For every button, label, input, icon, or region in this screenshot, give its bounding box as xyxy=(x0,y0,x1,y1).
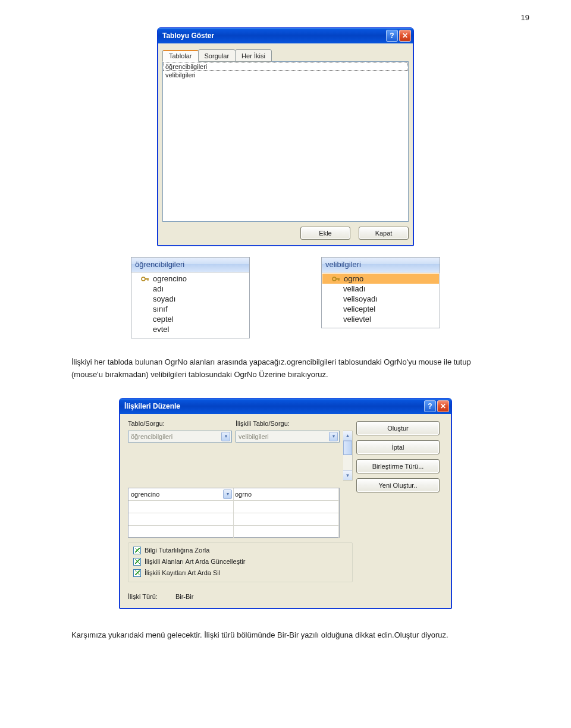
left-field-combo[interactable]: ogrencino ▾ xyxy=(128,488,233,500)
cascade-update-checkbox[interactable]: İlişkili Alanları Art Arda Güncelleştir xyxy=(133,558,347,566)
cascade-delete-checkbox[interactable]: İlişkili Kayıtları Art Arda Sil xyxy=(133,569,347,577)
related-table-label: İlişkili Tablo/Sorgu: xyxy=(236,420,340,427)
tables-listbox[interactable]: öğrencibilgileri velibilgileri xyxy=(162,61,409,222)
field-row[interactable]: velievtel xyxy=(322,314,440,324)
cancel-button[interactable]: İptal xyxy=(356,440,440,454)
edit-relationships-dialog: İlişkileri Düzenle ? ✕ Tablo/Sorgu: İliş… xyxy=(119,398,452,609)
field-row[interactable]: veliadı xyxy=(322,284,440,294)
close-icon[interactable]: ✕ xyxy=(437,400,449,412)
add-button[interactable]: Ekle xyxy=(300,227,350,240)
checkbox-icon xyxy=(133,569,141,577)
field-row[interactable]: veliceptel xyxy=(322,304,440,314)
field-lists: öğrencibilgileri ogrencino adı soyadı sı… xyxy=(83,257,488,338)
field-row[interactable]: velisoyadı xyxy=(322,294,440,304)
close-icon[interactable]: ✕ xyxy=(399,30,411,42)
tab-both[interactable]: Her İkisi xyxy=(235,49,272,62)
rel-type-value: Bir-Bir xyxy=(175,593,194,600)
checkbox-icon xyxy=(133,558,141,566)
related-table-combo[interactable]: velibilgileri ▾ xyxy=(236,431,340,443)
grid-scrollbar[interactable]: ▲ ▼ xyxy=(343,431,353,481)
fieldlist-left[interactable]: öğrencibilgileri ogrencino adı soyadı sı… xyxy=(131,257,250,338)
grid-cell[interactable] xyxy=(234,513,339,526)
field-row[interactable]: ogrno xyxy=(322,274,439,284)
show-table-title: Tabloyu Göster xyxy=(162,32,386,40)
body-text-2: Karşımıza yukarıdaki menü gelecektir. İl… xyxy=(71,629,488,642)
field-join-grid[interactable]: ogrencino ▾ ogrno xyxy=(128,488,340,538)
chevron-down-icon[interactable]: ▾ xyxy=(221,432,230,441)
list-item[interactable]: öğrencibilgileri xyxy=(163,62,408,71)
show-table-dialog: Tabloyu Göster ? ✕ Tablolar Sorgular Her… xyxy=(157,27,414,246)
help-button[interactable]: ? xyxy=(424,400,436,412)
help-button[interactable]: ? xyxy=(386,30,398,42)
grid-cell[interactable] xyxy=(128,501,234,513)
field-row[interactable]: ogrencino xyxy=(131,274,249,284)
table-label: Tablo/Sorgu: xyxy=(128,420,232,427)
field-row[interactable]: adı xyxy=(131,284,249,294)
fieldlist-right-title: velibilgileri xyxy=(322,258,440,272)
grid-cell[interactable] xyxy=(234,526,339,538)
table-combo[interactable]: öğrencibilgileri ▾ xyxy=(128,431,232,443)
grid-cell[interactable] xyxy=(128,513,234,526)
chevron-down-icon[interactable]: ▾ xyxy=(329,432,338,441)
edit-rel-titlebar: İlişkileri Düzenle ? ✕ xyxy=(120,398,451,414)
field-row[interactable]: soyadı xyxy=(131,294,249,304)
rel-type-label: İlişki Türü: xyxy=(128,593,158,600)
svg-rect-2 xyxy=(148,278,149,281)
scroll-thumb[interactable] xyxy=(343,441,352,455)
scroll-up-icon[interactable]: ▲ xyxy=(343,431,352,441)
page-number: 19 xyxy=(521,13,529,22)
tab-queries[interactable]: Sorgular xyxy=(198,49,236,62)
key-icon xyxy=(141,275,149,284)
close-button[interactable]: Kapat xyxy=(359,227,409,240)
chevron-down-icon[interactable]: ▾ xyxy=(223,489,232,499)
field-row[interactable]: sınıf xyxy=(131,304,249,314)
show-table-tabs: Tablolar Sorgular Her İkisi xyxy=(162,48,409,62)
tab-tables[interactable]: Tablolar xyxy=(162,50,199,62)
fieldlist-right[interactable]: velibilgileri ogrno veliadı velisoyadı v… xyxy=(321,257,440,328)
options-group: Bilgi Tutarlılığına Zorla İlişkili Alanl… xyxy=(128,542,353,582)
grid-cell[interactable] xyxy=(128,526,234,538)
fieldlist-left-title: öğrencibilgileri xyxy=(131,258,249,272)
show-table-titlebar: Tabloyu Göster ? ✕ xyxy=(158,28,413,43)
edit-rel-title: İlişkileri Düzenle xyxy=(124,402,424,410)
svg-rect-5 xyxy=(338,278,340,281)
grid-cell[interactable] xyxy=(234,501,339,513)
right-field-cell[interactable]: ogrno xyxy=(234,488,339,501)
key-icon xyxy=(332,275,340,284)
list-item[interactable]: velibilgileri xyxy=(163,71,408,79)
join-type-button[interactable]: Birleştirme Türü... xyxy=(356,459,440,473)
scroll-down-icon[interactable]: ▼ xyxy=(343,470,352,480)
body-text-1: İlişkiyi her tabloda bulunan OgrNo alanl… xyxy=(71,356,488,381)
new-button[interactable]: Yeni Oluştur.. xyxy=(356,478,440,492)
enforce-integrity-checkbox[interactable]: Bilgi Tutarlılığına Zorla xyxy=(133,547,347,554)
create-button[interactable]: Oluştur xyxy=(356,421,440,435)
field-row[interactable]: evtel xyxy=(131,324,249,334)
checkbox-icon xyxy=(133,547,141,554)
field-row[interactable]: ceptel xyxy=(131,314,249,324)
